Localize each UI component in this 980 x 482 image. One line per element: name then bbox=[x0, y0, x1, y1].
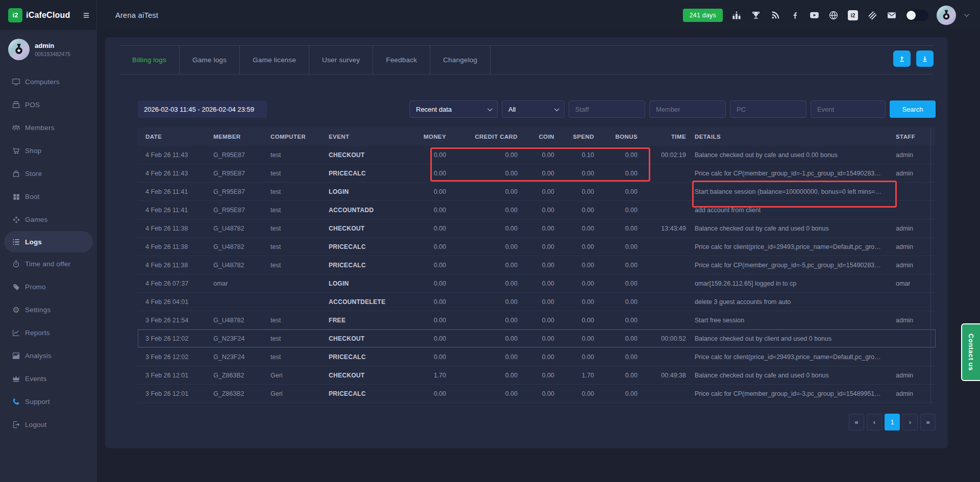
waves-icon[interactable] bbox=[867, 10, 878, 21]
cell-spend: 0.00 bbox=[555, 353, 595, 361]
cell-spend: 0.00 bbox=[555, 225, 595, 232]
globe-icon[interactable] bbox=[828, 10, 839, 21]
upload-button[interactable] bbox=[893, 50, 911, 67]
cell-time: 00:00:52 bbox=[639, 335, 687, 342]
recent-data-select[interactable]: Recent data bbox=[409, 100, 498, 118]
cell-member: G_N23F24 bbox=[206, 353, 263, 361]
profile-avatar bbox=[8, 39, 30, 60]
bag-icon bbox=[12, 169, 20, 178]
cell-bonus: 0.00 bbox=[595, 298, 639, 306]
contact-us-tab[interactable]: Contact us bbox=[961, 323, 980, 381]
cell-coin: 0.00 bbox=[519, 390, 555, 397]
cell-credit-card: 0.00 bbox=[447, 353, 519, 361]
page-prev-button[interactable]: ‹ bbox=[867, 414, 882, 430]
cell-staff: admin bbox=[888, 262, 936, 269]
ranking-icon[interactable] bbox=[731, 10, 742, 21]
staff-input[interactable] bbox=[569, 100, 645, 118]
cell-details: Price calc for client(price_id=29493,pri… bbox=[687, 243, 888, 250]
sidebar-item-promo[interactable]: Promo bbox=[0, 275, 97, 298]
cell-time: 00:02:19 bbox=[639, 151, 687, 159]
sidebar-item-analysis[interactable]: Analysis bbox=[0, 344, 97, 367]
sidebar-item-events[interactable]: Events bbox=[0, 367, 97, 390]
cell-date: 4 Feb 26 07:37 bbox=[138, 280, 206, 287]
pc-input[interactable] bbox=[730, 100, 806, 118]
facebook-icon[interactable] bbox=[789, 10, 800, 21]
page-first-button[interactable]: « bbox=[849, 414, 864, 430]
sidebar-item-settings[interactable]: ⚙ Settings bbox=[0, 298, 97, 321]
cell-coin: 0.00 bbox=[519, 372, 555, 379]
sidebar-item-games[interactable]: Games bbox=[0, 208, 97, 231]
table-row: 4 Feb 26 07:37 omar LOGIN 0.00 0.00 0.00… bbox=[138, 274, 936, 293]
logout-icon bbox=[12, 420, 20, 429]
member-input[interactable] bbox=[649, 100, 726, 118]
chevron-down-icon[interactable] bbox=[964, 12, 969, 17]
event-input[interactable] bbox=[811, 100, 886, 118]
logo-area: i2 iCafeCloud ≡ bbox=[0, 0, 97, 30]
tab-user-survey[interactable]: User survey bbox=[309, 46, 373, 74]
license-days-badge[interactable]: 241 days bbox=[683, 9, 723, 22]
sidebar-item-time-and-offer[interactable]: Time and offer bbox=[0, 252, 97, 275]
profile[interactable]: admin 005193482475 bbox=[0, 30, 97, 65]
cell-bonus: 0.00 bbox=[595, 243, 639, 250]
chevron-down-icon bbox=[487, 106, 493, 111]
sidebar-item-pos[interactable]: POS bbox=[0, 93, 97, 116]
event-type-select[interactable]: All bbox=[502, 100, 565, 118]
cell-date: 4 Feb 26 11:43 bbox=[138, 151, 206, 159]
cell-credit-card: 0.00 bbox=[447, 151, 519, 159]
cell-member: G_U48782 bbox=[206, 225, 263, 232]
list-icon bbox=[12, 238, 20, 246]
page-1-button[interactable]: 1 bbox=[885, 414, 900, 430]
cell-spend: 0.00 bbox=[555, 280, 595, 287]
sidebar-item-store[interactable]: Store bbox=[0, 162, 97, 185]
page-last-button[interactable]: » bbox=[920, 414, 936, 430]
trophy-icon[interactable] bbox=[750, 10, 762, 21]
hamburger-menu-icon[interactable]: ≡ bbox=[83, 10, 89, 20]
cell-credit-card: 0.00 bbox=[447, 243, 519, 250]
tab-billing-logs[interactable]: Billing logs bbox=[119, 46, 180, 74]
tab-feedback[interactable]: Feedback bbox=[373, 46, 430, 74]
cell-computer: test bbox=[263, 151, 321, 159]
sidebar-item-members[interactable]: Members bbox=[0, 116, 97, 139]
topbar-main: Arena aiTest 241 days i2 bbox=[97, 0, 980, 30]
theme-toggle[interactable] bbox=[905, 10, 928, 21]
cell-credit-card: 0.00 bbox=[447, 207, 519, 214]
cell-date: 4 Feb 26 11:41 bbox=[138, 207, 206, 214]
table-row: 3 Feb 26 12:02 G_N23F24 test PRICECALC 0… bbox=[138, 348, 936, 366]
sidebar-item-logs[interactable]: Logs bbox=[4, 231, 93, 252]
sidebar-item-boot[interactable]: Boot bbox=[0, 185, 97, 208]
download-icon bbox=[920, 54, 929, 63]
cell-money: 0.00 bbox=[399, 262, 447, 269]
mail-icon[interactable] bbox=[886, 10, 897, 21]
sidebar-item-shop[interactable]: Shop bbox=[0, 139, 97, 162]
cell-credit-card: 0.00 bbox=[447, 225, 519, 232]
page-next-button[interactable]: › bbox=[902, 414, 918, 430]
cell-details: Balance checked out by client and used 0… bbox=[687, 335, 888, 342]
tab-game-logs[interactable]: Game logs bbox=[180, 46, 240, 74]
sidebar-item-reports[interactable]: Reports bbox=[0, 321, 97, 344]
date-range-input[interactable] bbox=[138, 100, 267, 118]
sidebar-item-computers[interactable]: Computers bbox=[0, 70, 97, 93]
search-button[interactable]: Search bbox=[890, 100, 936, 118]
icafecloud-icon[interactable]: i2 bbox=[847, 10, 859, 21]
youtube-icon[interactable] bbox=[808, 10, 820, 21]
tab-game-license[interactable]: Game license bbox=[240, 46, 309, 74]
cell-member: G_R95E87 bbox=[206, 207, 263, 214]
main-content: Billing logs Game logs Game license User… bbox=[97, 30, 980, 482]
sidebar-item-support[interactable]: Support bbox=[0, 390, 97, 413]
cell-credit-card: 0.00 bbox=[447, 317, 519, 324]
tab-actions bbox=[893, 50, 934, 67]
table-row: 4 Feb 26 11:41 G_R95E87 test LOGIN 0.00 … bbox=[138, 183, 936, 201]
cell-money: 0.00 bbox=[399, 151, 447, 159]
cell-event: PRICECALC bbox=[321, 390, 399, 397]
tab-changelog[interactable]: Changelog bbox=[430, 46, 491, 74]
cell-date: 4 Feb 26 11:38 bbox=[138, 262, 206, 269]
user-avatar[interactable] bbox=[937, 6, 956, 25]
sidebar-item-logout[interactable]: Logout bbox=[0, 413, 97, 436]
cell-date: 4 Feb 26 11:43 bbox=[138, 170, 206, 177]
download-button[interactable] bbox=[916, 50, 934, 67]
cell-coin: 0.00 bbox=[519, 353, 555, 361]
cell-spend: 0.00 bbox=[555, 298, 595, 306]
rss-icon[interactable] bbox=[770, 10, 781, 21]
cell-coin: 0.00 bbox=[519, 298, 555, 306]
cell-bonus: 0.00 bbox=[595, 262, 639, 269]
